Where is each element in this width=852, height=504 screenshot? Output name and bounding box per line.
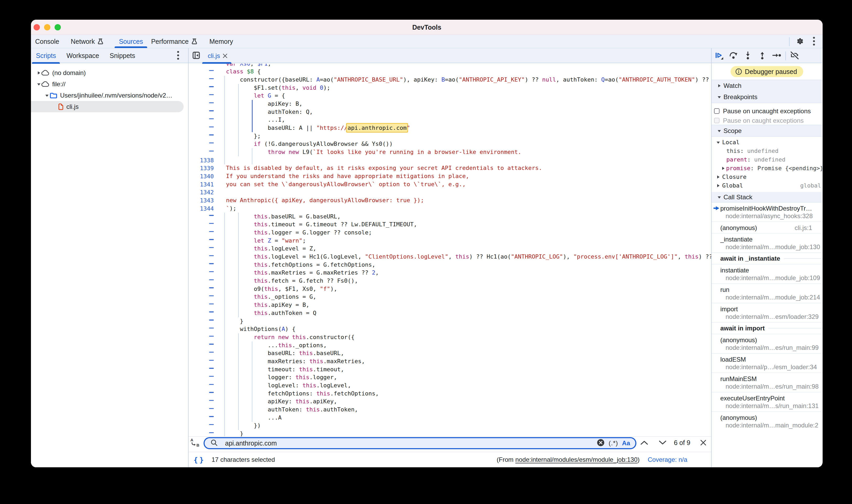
code-line[interactable]: o9(this, $F1, Xs0, "f"), xyxy=(189,285,711,293)
code-line[interactable]: this.timeout = G.timeout ?? Lw.DEFAULT_T… xyxy=(189,220,711,229)
gutter-line-number[interactable] xyxy=(189,245,218,253)
checkbox[interactable] xyxy=(714,118,720,123)
gutter-line-number[interactable] xyxy=(189,132,218,140)
close-search-button[interactable] xyxy=(700,437,706,449)
titlebar[interactable]: DevTools xyxy=(31,20,823,35)
chevron-right-icon[interactable] xyxy=(715,175,721,179)
code-line[interactable]: this.baseURL = G.baseURL, xyxy=(189,213,711,221)
gutter-line-number[interactable]: 1344 xyxy=(189,204,218,213)
call-stack-frame[interactable]: runnode:internal/m…module_job:214 xyxy=(712,284,822,303)
gutter-line-number[interactable] xyxy=(189,333,218,341)
code-line[interactable]: this.maxRetries = G.maxRetries ?? 2, xyxy=(189,269,711,277)
code-line[interactable]: this.logLevel = Z, xyxy=(189,245,711,253)
code-line[interactable]: return new this.constructor({ xyxy=(189,333,711,341)
code-line[interactable]: baseURL: this.baseURL, xyxy=(189,349,711,357)
gutter-line-number[interactable] xyxy=(189,64,218,68)
gutter-line-number[interactable] xyxy=(189,148,218,156)
code-line[interactable]: baseURL: A || "https://api.anthropic.com… xyxy=(189,124,711,132)
tab-performance[interactable]: Performance xyxy=(147,35,202,48)
gutter-line-number[interactable] xyxy=(189,357,218,365)
resume-button[interactable] xyxy=(712,49,726,63)
code-line[interactable]: this.apiKey = B, xyxy=(189,301,711,309)
call-stack-frame[interactable]: (anonymous)node:internal/m…es/run_main:9… xyxy=(712,334,822,354)
gutter-line-number[interactable]: 1340 xyxy=(189,172,218,180)
code-line[interactable]: apiKey: this.apiKey, xyxy=(189,398,711,406)
scope-variable-promise[interactable]: promise: Promise {<pending>} xyxy=(712,164,822,173)
chevron-down-icon[interactable] xyxy=(36,83,41,86)
tab-memory[interactable]: Memory xyxy=(205,35,237,48)
call-stack-frame[interactable]: (anonymous)node:internal/m…main_module:2 xyxy=(712,412,822,431)
gutter-line-number[interactable] xyxy=(189,220,218,229)
gutter-line-number[interactable]: 1342 xyxy=(189,188,218,197)
code-line[interactable]: let G = { xyxy=(189,92,711,100)
previous-match-button[interactable] xyxy=(640,437,648,449)
gutter-line-number[interactable] xyxy=(189,373,218,381)
gutter-line-number[interactable]: 1338 xyxy=(189,156,218,164)
section-call-stack[interactable]: Call Stack xyxy=(712,192,822,202)
pretty-print-button[interactable]: {} xyxy=(194,456,206,464)
gutter-line-number[interactable] xyxy=(189,414,218,422)
gutter-line-number[interactable] xyxy=(189,390,218,398)
code-line[interactable]: }) xyxy=(189,422,711,430)
gutter-line-number[interactable] xyxy=(189,124,218,132)
sidebar-tab-snippets[interactable]: Snippets xyxy=(106,48,139,63)
breakpoint-option[interactable]: Pause on caught exceptions xyxy=(712,116,822,125)
gutter-line-number[interactable] xyxy=(189,261,218,269)
gutter-line-number[interactable] xyxy=(189,213,218,221)
tree-item-cli-js[interactable]: cli.js xyxy=(31,101,184,112)
code-line[interactable]: } xyxy=(189,430,711,436)
sidebar-menu-button[interactable] xyxy=(173,48,183,63)
gutter-line-number[interactable] xyxy=(189,92,218,100)
gutter-line-number[interactable] xyxy=(189,100,218,108)
code-line[interactable]: this.fetch = G.fetch ?? Fs0(), xyxy=(189,277,711,285)
match-case-toggle[interactable]: Aa xyxy=(622,439,630,447)
editor-tab-clijs[interactable]: cli.js xyxy=(202,48,231,63)
code-line[interactable]: } xyxy=(189,317,711,325)
code-line[interactable]: logger: this.logger, xyxy=(189,373,711,381)
code-line[interactable]: apiKey: B, xyxy=(189,100,711,108)
gutter-line-number[interactable] xyxy=(189,317,218,325)
gutter-line-number[interactable] xyxy=(189,253,218,261)
search-input[interactable]: api.anthropic.com (.*) Aa xyxy=(203,437,636,449)
gutter-line-number[interactable] xyxy=(189,229,218,237)
gutter-line-number[interactable] xyxy=(189,237,218,245)
scope-group-local[interactable]: Local xyxy=(712,138,822,147)
scope-variable-parent[interactable]: parent: undefined xyxy=(712,155,822,164)
replace-toggle-button[interactable]: AB xyxy=(189,437,202,449)
code-line[interactable]: withOptions(A) { xyxy=(189,325,711,333)
gutter-line-number[interactable] xyxy=(189,108,218,116)
tab-network[interactable]: Network xyxy=(67,35,108,48)
code-line[interactable]: if (!G.dangerouslyAllowBrowser && Ys0()) xyxy=(189,140,711,148)
code-line[interactable]: }; xyxy=(189,132,711,140)
chevron-down-icon[interactable] xyxy=(44,94,50,97)
checkbox[interactable] xyxy=(714,108,720,114)
sidebar-tab-workspace[interactable]: Workspace xyxy=(63,48,103,63)
tab-console[interactable]: Console xyxy=(31,35,64,48)
next-match-button[interactable] xyxy=(659,437,667,449)
code-editor[interactable]: var Xs0, $F1;class $8 { constructor({bas… xyxy=(189,64,711,436)
gutter-line-number[interactable] xyxy=(189,68,218,76)
code-line[interactable]: If you understand the risks and have app… xyxy=(189,172,711,180)
gutter-line-number[interactable] xyxy=(189,277,218,285)
tree-item-users-jinhuilee-nvm-versions-node-v2-[interactable]: Users/jinhuilee/.nvm/versions/node/v2… xyxy=(31,90,188,101)
tree-item--no-domain-[interactable]: (no domain) xyxy=(31,67,188,78)
code-line[interactable]: maxRetries: this.maxRetries, xyxy=(189,357,711,365)
deactivate-breakpoints-button[interactable] xyxy=(787,49,802,63)
call-stack-frame[interactable]: promiseInitHookWithDestroyTr…node:intern… xyxy=(712,202,822,222)
gutter-line-number[interactable] xyxy=(189,406,218,414)
code-line[interactable]: $F1.set(this, void 0); xyxy=(189,84,711,92)
call-stack-frame[interactable]: _instantiatenode:internal/m…module_job:1… xyxy=(712,233,822,253)
code-line[interactable]: timeout: this.timeout, xyxy=(189,365,711,374)
gutter-line-number[interactable]: 1343 xyxy=(189,196,218,204)
tab-sources[interactable]: Sources xyxy=(114,35,147,48)
scope-variable-this[interactable]: this: undefined xyxy=(712,147,822,155)
code-line[interactable]: This is disabled by default, as it risks… xyxy=(189,164,711,172)
gutter-line-number[interactable] xyxy=(189,116,218,124)
gutter-line-number[interactable] xyxy=(189,269,218,277)
code-line[interactable]: `); xyxy=(189,204,711,213)
settings-button[interactable] xyxy=(792,35,808,48)
gutter-line-number[interactable] xyxy=(189,381,218,390)
code-line[interactable]: var Xs0, $F1; xyxy=(189,64,711,68)
gutter-line-number[interactable] xyxy=(189,365,218,374)
chevron-down-icon[interactable] xyxy=(715,141,721,144)
